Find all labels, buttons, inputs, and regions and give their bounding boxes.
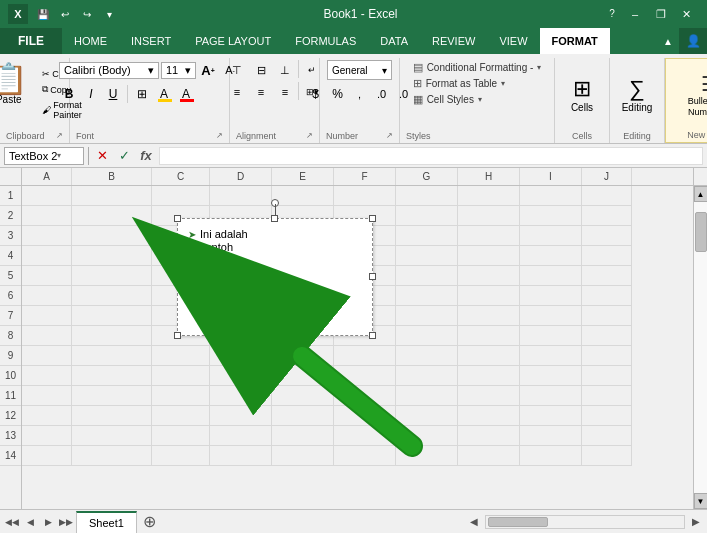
cell-C14[interactable] <box>152 446 210 466</box>
row-header-12[interactable]: 12 <box>0 406 21 426</box>
cell-A10[interactable] <box>22 366 72 386</box>
font-expand-icon[interactable]: ↗ <box>216 131 223 140</box>
cell-I8[interactable] <box>520 326 582 346</box>
tab-file[interactable]: FILE <box>0 28 62 54</box>
cell-I4[interactable] <box>520 246 582 266</box>
help-icon[interactable]: ? <box>603 4 621 22</box>
cell-A3[interactable] <box>22 226 72 246</box>
col-header-C[interactable]: C <box>152 168 210 185</box>
save-icon[interactable]: 💾 <box>34 5 52 23</box>
cell-A5[interactable] <box>22 266 72 286</box>
cell-B2[interactable] <box>72 206 152 226</box>
tab-scroll-right[interactable]: ▶ <box>689 515 703 529</box>
cell-H7[interactable] <box>458 306 520 326</box>
col-header-B[interactable]: B <box>72 168 152 185</box>
cell-A14[interactable] <box>22 446 72 466</box>
formula-cancel-button[interactable]: ✕ <box>93 147 111 165</box>
cell-I13[interactable] <box>520 426 582 446</box>
cell-B11[interactable] <box>72 386 152 406</box>
tab-home[interactable]: HOME <box>62 28 119 54</box>
cell-D10[interactable] <box>210 366 272 386</box>
cell-H2[interactable] <box>458 206 520 226</box>
row-header-14[interactable]: 14 <box>0 446 21 466</box>
cell-J4[interactable] <box>582 246 632 266</box>
cell-A13[interactable] <box>22 426 72 446</box>
cell-H9[interactable] <box>458 346 520 366</box>
cell-I1[interactable] <box>520 186 582 206</box>
align-middle-button[interactable]: ⊟ <box>250 60 272 80</box>
close-button[interactable]: ✕ <box>675 4 699 24</box>
col-header-A[interactable]: A <box>22 168 72 185</box>
restore-button[interactable]: ❐ <box>649 4 673 24</box>
font-name-selector[interactable]: Calibri (Body) ▾ <box>59 62 159 79</box>
tab-view[interactable]: VIEW <box>487 28 539 54</box>
handle-bottom-left[interactable] <box>174 332 181 339</box>
cell-C10[interactable] <box>152 366 210 386</box>
row-header-1[interactable]: 1 <box>0 186 21 206</box>
cell-G1[interactable] <box>396 186 458 206</box>
minimize-button[interactable]: – <box>623 4 647 24</box>
align-center-button[interactable]: ≡ <box>250 82 272 102</box>
cell-H1[interactable] <box>458 186 520 206</box>
cell-D12[interactable] <box>210 406 272 426</box>
cell-B3[interactable] <box>72 226 152 246</box>
cell-J8[interactable] <box>582 326 632 346</box>
cell-B9[interactable] <box>72 346 152 366</box>
scroll-down-button[interactable]: ▼ <box>694 493 708 509</box>
cell-I11[interactable] <box>520 386 582 406</box>
user-icon[interactable]: 👤 <box>679 28 707 54</box>
cell-J5[interactable] <box>582 266 632 286</box>
tab-insert[interactable]: INSERT <box>119 28 183 54</box>
cell-H10[interactable] <box>458 366 520 386</box>
cell-D14[interactable] <box>210 446 272 466</box>
undo-icon[interactable]: ↩ <box>56 5 74 23</box>
cell-I3[interactable] <box>520 226 582 246</box>
row-header-3[interactable]: 3 <box>0 226 21 246</box>
cell-G3[interactable] <box>396 226 458 246</box>
cell-J2[interactable] <box>582 206 632 226</box>
font-size-selector[interactable]: 11 ▾ <box>161 62 196 79</box>
cell-G7[interactable] <box>396 306 458 326</box>
currency-button[interactable]: $ <box>306 84 326 104</box>
cell-I5[interactable] <box>520 266 582 286</box>
cell-I9[interactable] <box>520 346 582 366</box>
scroll-track[interactable] <box>694 202 708 493</box>
cell-I7[interactable] <box>520 306 582 326</box>
name-box-arrow[interactable]: ▾ <box>57 151 61 160</box>
align-left-button[interactable]: ≡ <box>226 82 248 102</box>
cell-J6[interactable] <box>582 286 632 306</box>
cell-C13[interactable] <box>152 426 210 446</box>
handle-top-left[interactable] <box>174 215 181 222</box>
formula-input[interactable] <box>159 147 703 165</box>
cell-H12[interactable] <box>458 406 520 426</box>
increase-font-button[interactable]: A+ <box>198 60 218 80</box>
cell-A11[interactable] <box>22 386 72 406</box>
cell-F1[interactable] <box>334 186 396 206</box>
cell-H13[interactable] <box>458 426 520 446</box>
cell-D11[interactable] <box>210 386 272 406</box>
cell-J7[interactable] <box>582 306 632 326</box>
sheet-nav-next[interactable]: ▶ <box>40 514 56 530</box>
col-header-I[interactable]: I <box>520 168 582 185</box>
cell-G5[interactable] <box>396 266 458 286</box>
cell-A12[interactable] <box>22 406 72 426</box>
cell-B10[interactable] <box>72 366 152 386</box>
cell-D1[interactable] <box>210 186 272 206</box>
cell-I10[interactable] <box>520 366 582 386</box>
cell-B8[interactable] <box>72 326 152 346</box>
cell-B12[interactable] <box>72 406 152 426</box>
cell-B1[interactable] <box>72 186 152 206</box>
cell-J13[interactable] <box>582 426 632 446</box>
cell-J9[interactable] <box>582 346 632 366</box>
cell-A6[interactable] <box>22 286 72 306</box>
cell-J14[interactable] <box>582 446 632 466</box>
align-right-button[interactable]: ≡ <box>274 82 296 102</box>
formula-fx-button[interactable]: fx <box>137 147 155 165</box>
cell-G2[interactable] <box>396 206 458 226</box>
number-expand-icon[interactable]: ↗ <box>386 131 393 140</box>
row-header-4[interactable]: 4 <box>0 246 21 266</box>
cell-E1[interactable] <box>272 186 334 206</box>
cell-H3[interactable] <box>458 226 520 246</box>
number-format-selector[interactable]: General ▾ <box>327 60 392 80</box>
bold-button[interactable]: B <box>59 84 79 104</box>
